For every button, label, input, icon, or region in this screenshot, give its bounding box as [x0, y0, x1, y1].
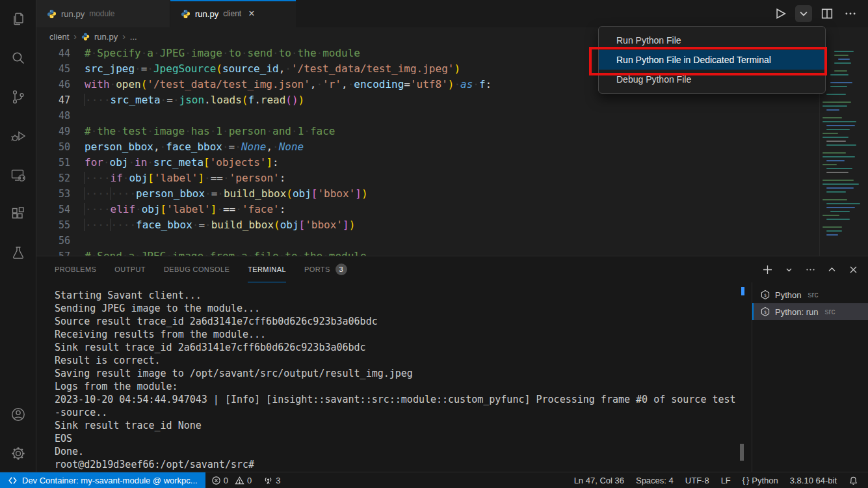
minimap-line [822, 152, 846, 154]
code-line[interactable]: 48 [36, 108, 819, 124]
terminal-tab-python-run[interactable]: $Python: runsrc [752, 303, 868, 320]
line-number: 53 [36, 186, 85, 202]
code-line[interactable]: 51for·obj·in·src_meta['objects']: [36, 155, 819, 170]
line-number: 57 [36, 249, 85, 256]
panel-tab-terminal[interactable]: TERMINAL [248, 256, 286, 282]
terminal-tabs-list: $Pythonsrc$Python: runsrc [752, 282, 868, 473]
terminal-line: Saving result image to /opt/savant/src/o… [55, 367, 738, 380]
ports-status[interactable]: 3 [257, 472, 286, 488]
code-line[interactable]: 52····if·obj['label']·==·'person': [36, 170, 819, 186]
language-mode[interactable]: { } Python [737, 472, 784, 488]
panel-header: PROBLEMSOUTPUTDEBUG CONSOLETERMINALPORTS… [36, 256, 868, 282]
code-line[interactable]: 55········face_bbox·=·build_bbox(obj['bb… [36, 217, 819, 233]
code-line[interactable]: 53········person_bbox·=·build_bbox(obj['… [36, 186, 819, 202]
code-line[interactable]: 49#·the·test·image·has·1·person·and·1·fa… [36, 124, 819, 139]
line-number: 45 [36, 61, 85, 77]
code-line[interactable]: 47····src_meta·=·json.loads(f.read()) [36, 92, 819, 108]
minimap-line [826, 203, 860, 204]
remote-explorer-icon[interactable] [10, 167, 27, 183]
breadcrumb-separator: › [122, 31, 125, 42]
tab-run-py-client[interactable]: run.py client × [170, 0, 296, 27]
launch-profile-chevron-icon[interactable] [783, 264, 795, 275]
terminal-icon: $ [760, 290, 770, 300]
panel-actions [762, 264, 859, 275]
testing-icon[interactable] [10, 245, 27, 262]
code-line[interactable]: 56 [36, 233, 819, 249]
close-panel-icon[interactable] [848, 264, 859, 275]
status-bar-right: Ln 47, Col 36 Spaces: 4 UTF-8 LF { } Pyt… [568, 472, 868, 488]
cursor-position[interactable]: Ln 47, Col 36 [568, 472, 630, 488]
terminal-line: 2023-10-20 04:54:44.947043 | [Info] [ins… [55, 393, 738, 406]
notifications-bell[interactable] [843, 472, 864, 488]
minimap-line [838, 59, 850, 60]
editor-tab-bar: run.py module run.py client × [36, 0, 868, 27]
terminal-line: Logs from the module: [55, 380, 738, 393]
extensions-icon[interactable] [10, 206, 27, 223]
terminal-scrollbar-thumb[interactable] [740, 444, 744, 461]
braces-icon: { } [743, 476, 749, 485]
panel-tab-ports[interactable]: PORTS3 [304, 256, 347, 282]
eol-sequence[interactable]: LF [715, 472, 737, 488]
panel-more-actions-icon[interactable] [805, 264, 816, 275]
settings-gear-icon[interactable] [10, 445, 27, 462]
terminal-line: Source result trace_id 2a6d3141e7cff6b0d… [55, 315, 738, 328]
minimap-line [830, 211, 850, 212]
new-terminal-icon[interactable] [762, 264, 773, 275]
red-annotation-box [589, 47, 827, 75]
error-count: 0 [224, 476, 228, 485]
explorer-icon[interactable] [10, 10, 27, 27]
python-interpreter[interactable]: 3.8.10 64-bit [784, 472, 843, 488]
breadcrumb-item-client[interactable]: client [49, 32, 69, 42]
accounts-icon[interactable] [10, 406, 27, 423]
terminal-output[interactable]: Starting Savant client...Sending JPEG im… [55, 285, 738, 472]
panel-tab-output[interactable]: OUTPUT [114, 256, 146, 282]
code-line[interactable]: 50person_bbox,·face_bbox·=·None,·None [36, 139, 819, 155]
minimap-line [826, 109, 839, 111]
encoding[interactable]: UTF-8 [679, 472, 715, 488]
tab-run-py-module[interactable]: run.py module [36, 0, 170, 27]
minimap-line [822, 156, 855, 157]
problems-status[interactable]: 0 0 [205, 472, 257, 488]
python-file-icon [181, 9, 191, 19]
more-actions-icon[interactable] [842, 5, 859, 22]
minimap-line [826, 172, 848, 173]
panel-tab-problems[interactable]: PROBLEMS [55, 256, 96, 282]
minimap-line [822, 180, 854, 181]
indent-guide: ···· [85, 187, 111, 200]
terminal-line: Starting Savant client... [55, 289, 738, 302]
minimap-line [822, 226, 842, 228]
code-line[interactable]: 57#·Send·a·JPEG·image·from·a·file·to·the… [36, 249, 819, 256]
line-number: 54 [36, 202, 85, 217]
run-and-debug-icon[interactable] [10, 128, 27, 144]
minimap-line [826, 125, 855, 126]
breadcrumb-item-file[interactable]: run.py [94, 32, 118, 42]
terminal-icon: $ [760, 306, 770, 317]
svg-text:$: $ [764, 293, 767, 298]
breadcrumb-item-symbol[interactable]: ... [130, 32, 137, 42]
terminal-line: Sink result trace_id None [55, 419, 738, 432]
panel-tabs: PROBLEMSOUTPUTDEBUG CONSOLETERMINALPORTS… [55, 256, 365, 282]
remote-indicator[interactable]: Dev Container: my-savant-module @ workpc… [0, 472, 205, 488]
panel-tab-debug-console[interactable]: DEBUG CONSOLE [164, 256, 230, 282]
search-icon[interactable] [10, 49, 27, 66]
terminal-line: Result is correct. [55, 354, 738, 367]
minimap[interactable] [819, 46, 868, 256]
split-editor-icon[interactable] [819, 5, 835, 22]
maximize-panel-icon[interactable] [826, 264, 837, 275]
line-number: 51 [36, 155, 85, 170]
run-dropdown-chevron-icon[interactable] [795, 5, 812, 22]
minimap-line [822, 199, 847, 200]
terminal-tab-python[interactable]: $Pythonsrc [752, 286, 868, 303]
tab-close-icon[interactable]: × [248, 8, 254, 20]
run-button[interactable] [772, 5, 789, 22]
minimap-line [826, 187, 854, 189]
line-number: 47 [36, 92, 85, 108]
terminal-line: Sending JPEG image to the module... [55, 302, 738, 315]
minimap-line [822, 183, 859, 185]
indentation[interactable]: Spaces: 4 [630, 472, 679, 488]
code-line[interactable]: 54····elif·obj['label']·==·'face': [36, 202, 819, 217]
terminal-line: Done. [55, 445, 738, 458]
terminal-prompt: root@d2b19d3eef66:/opt/savant/src# [55, 458, 738, 471]
ports-badge: 3 [335, 264, 347, 275]
source-control-icon[interactable] [10, 88, 27, 105]
